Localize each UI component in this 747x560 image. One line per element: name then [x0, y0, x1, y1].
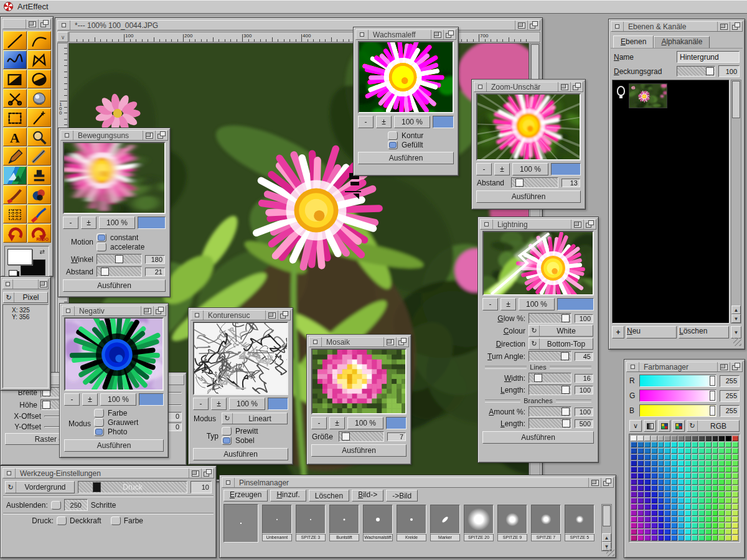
line-width-slider[interactable]	[529, 373, 571, 383]
tool-magnifier-button[interactable]	[27, 128, 51, 146]
palette-swatch[interactable]	[705, 448, 712, 454]
glow-slider[interactable]	[529, 313, 571, 324]
slider-knob[interactable]	[515, 179, 524, 187]
palette-swatch[interactable]	[725, 448, 731, 454]
brush-item[interactable]: SPITZE 7	[531, 505, 561, 541]
palette-swatch[interactable]	[698, 492, 705, 497]
palette-swatch[interactable]	[658, 535, 664, 541]
palette-swatch[interactable]	[705, 473, 712, 478]
zoom-reset-button[interactable]: ±	[376, 116, 392, 128]
palette-swatch[interactable]	[685, 448, 691, 454]
palette-swatch[interactable]	[644, 479, 651, 485]
palette-swatch[interactable]	[631, 448, 637, 454]
palette-swatch[interactable]	[732, 442, 738, 447]
palette-swatch[interactable]	[718, 473, 725, 478]
brush-thumbnail[interactable]	[464, 505, 494, 534]
palette-swatch[interactable]	[712, 498, 718, 503]
tool-select-marquee-button[interactable]	[3, 108, 27, 127]
resize-handle[interactable]	[606, 548, 614, 556]
palette-swatch[interactable]	[637, 523, 644, 528]
palette-swatch[interactable]	[698, 504, 705, 510]
palette-swatch[interactable]	[671, 516, 677, 522]
palette-swatch[interactable]	[631, 529, 637, 534]
palette-swatch[interactable]	[631, 510, 637, 516]
color-checkbox[interactable]	[111, 516, 121, 525]
palette-swatch[interactable]	[712, 510, 718, 516]
palette-swatch[interactable]	[725, 460, 731, 466]
pressure-value[interactable]: 10	[190, 481, 212, 493]
palette-swatch[interactable]	[698, 498, 705, 503]
palette-swatch[interactable]	[658, 510, 664, 516]
palette-swatch[interactable]	[678, 442, 684, 447]
palette-swatch[interactable]	[712, 460, 718, 466]
palette-load-icon[interactable]	[658, 420, 670, 432]
palette-swatch[interactable]	[698, 516, 705, 522]
zoom-reset-button[interactable]: ±	[81, 217, 96, 229]
slider-knob[interactable]	[93, 482, 101, 492]
close-icon[interactable]	[191, 310, 204, 320]
slider-knob[interactable]	[101, 268, 109, 276]
brush-item[interactable]: Buntstift	[329, 505, 359, 541]
close-icon[interactable]	[474, 82, 487, 91]
titlebar[interactable]: *--- 100% 100_0044.JPG	[57, 20, 540, 30]
slider-knob[interactable]	[534, 374, 542, 382]
palette-swatch[interactable]	[651, 529, 657, 534]
palette-swatch[interactable]	[637, 436, 644, 441]
palette-swatch[interactable]	[664, 504, 670, 510]
palette-swatch[interactable]	[712, 473, 718, 478]
palette-swatch[interactable]	[631, 492, 637, 497]
titlebar[interactable]: Mosaik	[309, 337, 409, 347]
palette-swatch[interactable]	[705, 516, 712, 522]
palette-swatch[interactable]	[678, 485, 684, 491]
red-value[interactable]: 255	[720, 375, 740, 387]
brush-item[interactable]: Unbenannt	[262, 505, 292, 541]
mosaic-dialog[interactable]: Mosaik - ± 100 % Größe 7 Ausführen	[306, 334, 411, 465]
palette-swatch[interactable]	[732, 460, 738, 466]
palette-swatch[interactable]	[718, 492, 725, 497]
palette-swatch[interactable]	[712, 516, 718, 522]
palette-swatch[interactable]	[698, 460, 705, 466]
palette-swatch[interactable]	[671, 448, 677, 454]
brush-item[interactable]: SPITZE 9	[497, 505, 527, 541]
colormode-cycle[interactable]: RGB	[687, 420, 740, 432]
palette-swatch[interactable]	[712, 504, 718, 510]
glow-value[interactable]: 100	[575, 314, 593, 323]
tab-ebenen[interactable]: Ebenen	[613, 35, 654, 48]
palette-swatch[interactable]	[718, 504, 725, 510]
palette-swatch[interactable]	[705, 442, 712, 447]
execute-button[interactable]: Ausführen	[193, 448, 288, 460]
create-brush-button[interactable]: Erzeugen	[223, 490, 268, 502]
zoom-level-button[interactable]: 100 %	[394, 116, 430, 128]
scrollbar-handle[interactable]	[732, 81, 740, 118]
palette-swatch[interactable]	[637, 485, 644, 491]
palette-swatch[interactable]	[698, 510, 705, 516]
palette-swatch[interactable]	[664, 510, 670, 516]
palette-swatch[interactable]	[644, 436, 651, 441]
zoom-level-button[interactable]: 100 %	[229, 398, 265, 410]
branch-length-value[interactable]: 500	[575, 419, 593, 428]
palette-swatch[interactable]	[664, 516, 670, 522]
palette-swatch[interactable]	[671, 492, 677, 497]
lightning-dialog[interactable]: Lightning - ± 100 % Glow %: 100 Colour W…	[477, 217, 599, 463]
palette-swatch[interactable]	[637, 454, 644, 460]
restore-icon[interactable]	[265, 310, 278, 320]
slider-knob[interactable]	[710, 376, 715, 386]
brush-item[interactable]: Marker	[430, 505, 460, 541]
brush-manager-panel[interactable]: Pinselmanager Erzeugen Hinzuf. Löschen B…	[219, 475, 616, 558]
palette-swatch[interactable]	[678, 529, 684, 534]
palette-swatch[interactable]	[718, 510, 725, 516]
palette-swatch[interactable]	[637, 448, 644, 454]
brush-item[interactable]: Wachsmalstift	[363, 505, 393, 541]
slider-knob[interactable]	[561, 352, 569, 360]
brush-item[interactable]: SPITZE 3	[296, 505, 326, 541]
zoom-level-button[interactable]: 100 %	[100, 393, 136, 406]
zoom-level-button[interactable]: 100 %	[99, 217, 135, 229]
palette-swatch[interactable]	[631, 460, 637, 466]
slider-knob[interactable]	[562, 419, 570, 427]
palette-swatch[interactable]	[651, 535, 657, 541]
depth-icon[interactable]	[601, 478, 613, 487]
close-icon[interactable]	[481, 220, 493, 229]
palette-swatch[interactable]	[705, 504, 712, 510]
layer-list[interactable]	[612, 80, 730, 324]
slider-knob[interactable]	[342, 432, 350, 441]
